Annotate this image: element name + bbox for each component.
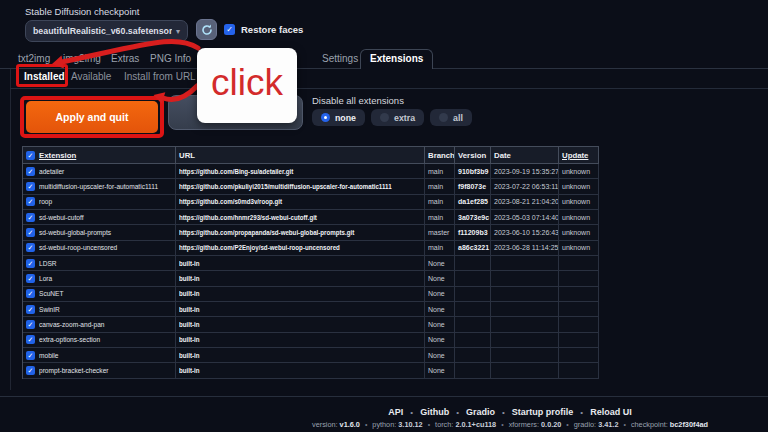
date-cell: 2023-07-22 06:53:11	[491, 179, 559, 194]
version-cell: f11209b3	[455, 225, 491, 240]
date-cell	[491, 333, 559, 348]
update-cell: unknown	[559, 241, 599, 256]
row-checkbox[interactable]: ✓	[26, 320, 35, 329]
branch-cell: main	[425, 179, 455, 194]
table-row: ✓sd-webui-roop-uncensoredhttps://github.…	[23, 241, 599, 256]
extension-cell: ✓sd-webui-cutoff	[23, 210, 176, 225]
version-cell: a86c3221	[455, 241, 491, 256]
table-row: ✓LDSRbuilt-inNone	[23, 256, 599, 271]
extension-name: extra-options-section	[39, 336, 100, 343]
table-row: ✓canvas-zoom-and-panbuilt-inNone	[23, 317, 599, 332]
tab-txt2img[interactable]: txt2img	[18, 53, 50, 64]
row-checkbox[interactable]: ✓	[26, 182, 35, 191]
row-checkbox[interactable]: ✓	[26, 289, 35, 298]
subtab-divider	[10, 88, 768, 89]
checkpoint-value: beautifulRealistic_v60.safetensors [bc2f…	[33, 26, 172, 36]
table-header-extension[interactable]: ✓Extension	[23, 147, 176, 164]
checkpoint-label: Stable Diffusion checkpoint	[25, 6, 139, 17]
row-checkbox[interactable]: ✓	[26, 243, 35, 252]
click-annotation-text: click	[211, 62, 283, 104]
table-row: ✓SwinIRbuilt-inNone	[23, 302, 599, 317]
version-item-label: python:	[372, 420, 398, 429]
version-item-value: 3.10.12	[398, 420, 422, 429]
extension-cell: ✓ScuNET	[23, 287, 176, 302]
tab-img2img[interactable]: img2img	[63, 53, 101, 64]
date-cell: 2023-06-28 11:14:25	[491, 241, 559, 256]
date-cell: 2023-06-10 15:26:43	[491, 225, 559, 240]
extension-name: sd-webui-cutoff	[39, 214, 84, 221]
click-annotation: click	[197, 48, 297, 123]
row-checkbox[interactable]: ✓	[26, 228, 35, 237]
date-cell: 2023-08-21 21:04:20	[491, 195, 559, 210]
update-cell	[559, 302, 599, 317]
table-header-row: ✓ExtensionURLBranchVersionDateUpdate	[23, 147, 599, 164]
branch-cell: None	[425, 287, 455, 302]
version-cell	[455, 333, 491, 348]
app-window: Stable Diffusion checkpoint beautifulRea…	[0, 0, 768, 432]
radio-option-all[interactable]: all	[430, 109, 472, 126]
extension-cell: ✓SwinIR	[23, 302, 176, 317]
tab-png-info[interactable]: PNG Info	[150, 53, 191, 64]
branch-cell: None	[425, 348, 455, 363]
url-cell: https://github.com/hnmr293/sd-webui-cuto…	[176, 210, 425, 225]
footer-version-line: version: v1.6.0•python: 3.10.12•torch: 2…	[192, 413, 768, 431]
row-checkbox[interactable]: ✓	[26, 305, 35, 314]
extension-name: LDSR	[39, 260, 57, 267]
version-cell	[455, 271, 491, 286]
row-checkbox[interactable]: ✓	[26, 366, 35, 375]
version-item-label: version:	[312, 420, 340, 429]
version-cell: da1ef285	[455, 195, 491, 210]
url-cell: built-in	[176, 287, 425, 302]
row-checkbox[interactable]: ✓	[26, 259, 35, 268]
url-cell: built-in	[176, 302, 425, 317]
extension-cell: ✓multidiffusion-upscaler-for-automatic11…	[23, 179, 176, 194]
separator-dot: •	[501, 421, 503, 428]
branch-cell: None	[425, 256, 455, 271]
branch-cell: main	[425, 195, 455, 210]
separator-dot: •	[623, 421, 625, 428]
version-cell: f9f8073e	[455, 179, 491, 194]
row-checkbox[interactable]: ✓	[26, 274, 35, 283]
table-row: ✓adetailerhttps://github.com/Bing-su/ade…	[23, 164, 599, 179]
version-cell: 3a073e9c	[455, 210, 491, 225]
tab-extras[interactable]: Extras	[111, 53, 139, 64]
extension-name: prompt-bracket-checker	[39, 367, 108, 374]
row-checkbox[interactable]: ✓	[26, 213, 35, 222]
update-cell	[559, 271, 599, 286]
date-cell	[491, 256, 559, 271]
table-row: ✓sd-webui-global-promptshttps://github.c…	[23, 225, 599, 240]
url-cell: built-in	[176, 271, 425, 286]
table-row: ✓sd-webui-cutoffhttps://github.com/hnmr2…	[23, 210, 599, 225]
url-cell: https://github.com/Bing-su/adetailer.git	[176, 164, 425, 179]
version-item-value: v1.6.0	[340, 420, 360, 429]
branch-cell: main	[425, 164, 455, 179]
branch-cell: None	[425, 333, 455, 348]
date-cell	[491, 317, 559, 332]
radio-icon	[439, 113, 448, 122]
table-header-update[interactable]: Update	[559, 147, 599, 164]
row-checkbox[interactable]: ✓	[26, 197, 35, 206]
tab-settings[interactable]: Settings	[322, 53, 358, 64]
subtab-available[interactable]: Available	[71, 71, 111, 82]
refresh-checkpoint-button[interactable]	[196, 19, 217, 40]
header-checkbox[interactable]: ✓	[26, 151, 35, 160]
extension-name: Lora	[39, 275, 52, 282]
checkpoint-dropdown[interactable]: beautifulRealistic_v60.safetensors [bc2f…	[25, 20, 188, 42]
extension-name: roop	[39, 198, 52, 205]
row-checkbox[interactable]: ✓	[26, 351, 35, 360]
version-cell	[455, 287, 491, 302]
update-cell: unknown	[559, 164, 599, 179]
date-cell	[491, 271, 559, 286]
update-cell	[559, 348, 599, 363]
radio-option-none[interactable]: none	[312, 109, 365, 126]
row-checkbox[interactable]: ✓	[26, 335, 35, 344]
restore-faces-checkbox[interactable]: ✓	[224, 24, 235, 35]
row-checkbox[interactable]: ✓	[26, 167, 35, 176]
radio-option-extra[interactable]: extra	[371, 109, 424, 126]
update-cell: unknown	[559, 210, 599, 225]
subtab-install-from-url[interactable]: Install from URL	[124, 71, 196, 82]
tab-extensions[interactable]: Extensions	[360, 49, 433, 69]
branch-cell: None	[425, 302, 455, 317]
update-cell	[559, 363, 599, 378]
url-cell: built-in	[176, 317, 425, 332]
